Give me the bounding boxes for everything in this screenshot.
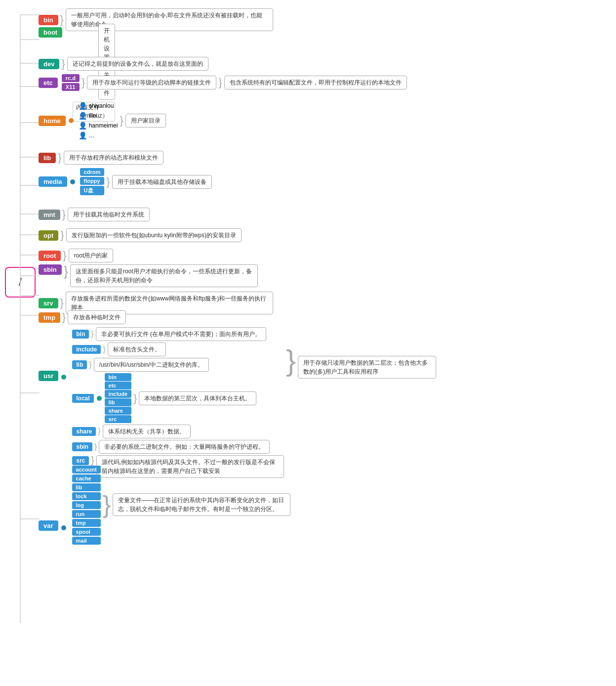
etc-label: etc <box>39 78 58 88</box>
shiyanlou-label: shiyanlou <box>89 102 114 109</box>
usr-share-desc: 体系结构无关（共享）数据。 <box>103 425 191 438</box>
usr-include-desc: 标准包含头文件。 <box>108 343 166 356</box>
opt-bracket: } <box>60 230 64 241</box>
user-icon-3: 👤 <box>79 122 87 129</box>
usr-bin-desc: 非必要可执行文件 (在单用户模式中不需要)；面向所有用户。 <box>96 327 266 341</box>
home-dot <box>69 118 74 123</box>
floppy-label: floppy <box>80 177 105 185</box>
usr-bin-bracket: } <box>91 330 93 338</box>
x11-label: X11 <box>62 83 80 91</box>
usr-bin-label: bin <box>72 330 89 339</box>
etc-row: etc rc.d X11 } 用于存放不同运行等级的启动脚本的链接文件 } 包含… <box>39 74 407 91</box>
boot-label: boot <box>39 27 62 38</box>
usr-lib-label: lib <box>72 360 87 369</box>
usr-dot <box>61 375 66 380</box>
dev-label: dev <box>39 59 59 69</box>
root-dir-desc: root用户的家 <box>69 249 114 262</box>
var-cache: cache <box>72 474 101 482</box>
local-desc: 本地数据的第三层次，具体到本台主机。 <box>139 391 256 405</box>
usr-src-label: src <box>72 456 89 465</box>
udisk-label: U盘 <box>80 186 105 195</box>
mnt-row: mnt } 用于挂载其他临时文件系统 <box>39 208 150 221</box>
var-tmp: tmp <box>72 519 101 527</box>
mnt-bracket: } <box>62 209 66 220</box>
var-bracket: } <box>103 492 111 517</box>
usr-local-row: local bin etc include lib share src } 本地… <box>72 373 284 423</box>
usr-include-label: include <box>72 345 101 354</box>
usr-src-bracket: } <box>91 455 94 465</box>
usr-lib-row: lib } /usr/bin/和/usr/sbin/中二进制文件的库。 <box>72 358 284 372</box>
var-dot <box>61 525 66 530</box>
local-include: include <box>105 390 132 398</box>
lib-desc: 用于存放程序的动态库和模块文件 <box>64 151 164 165</box>
sbin-row: sbin } 这里面很多只能是root用户才能执行的命令，一些系统进行更新，备份… <box>39 264 258 287</box>
usr-row: usr bin } 非必要可执行文件 (在单用户模式中不需要)；面向所有用户。 … <box>39 326 436 478</box>
media-label: media <box>39 176 67 187</box>
var-section: var account cache lib lock log run tmp s… <box>39 465 290 545</box>
srv-bracket: } <box>60 298 64 308</box>
tmp-label: tmp <box>39 312 60 323</box>
cdrom-label: cdrom <box>80 168 105 176</box>
etc-maindesc: 包含系统特有的可编辑配置文件，即用于控制程序运行的本地文件 <box>224 76 407 89</box>
tmp-row: tmp } 存放各种临时文件 <box>39 310 126 324</box>
user-hanmeimei: 👤 hanmeimei <box>79 122 118 129</box>
home-desc: 用户家目录 <box>125 114 166 128</box>
var-run: run <box>72 510 101 518</box>
usr-main-desc: 用于存储只读用户数据的第二层次；包含他大多数的(多)用户工具和应用程序 <box>298 356 436 379</box>
local-etc: etc <box>105 382 132 389</box>
etc-bracket: } <box>82 77 85 88</box>
media-section: media cdrom floppy U盘 } 用于挂载本地磁盘或其他存储设备 <box>39 168 212 195</box>
dev-row: dev } 还记得之前提到的设备文件么，就是放在这里面的 <box>39 57 208 71</box>
usr-main-bracket: } <box>286 346 296 376</box>
lib-row: lib } 用于存放程序的动态库和模块文件 <box>39 151 164 165</box>
usr-subs: bin } 非必要可执行文件 (在单用户模式中不需要)；面向所有用户。 incl… <box>72 327 284 478</box>
opt-label: opt <box>39 230 58 241</box>
user-shiyanlou: 👤 shiyanlou <box>79 102 118 110</box>
var-label: var <box>39 520 58 531</box>
local-bracket: } <box>133 393 137 404</box>
usr-share-label: share <box>72 427 96 436</box>
media-desc: 用于挂载本地磁盘或其他存储设备 <box>112 175 212 189</box>
mnt-desc: 用于挂载其他临时文件系统 <box>68 208 150 221</box>
more-label: … <box>89 132 95 139</box>
lib-bracket: } <box>58 152 61 163</box>
home-label: home <box>39 116 66 126</box>
bin-label: bin <box>39 15 58 25</box>
media-dot <box>70 179 75 184</box>
sbin-label: sbin <box>39 264 62 275</box>
home-users: 👤 shiyanlou 👤 lilei 👤 hanmeimei 👤 … <box>79 101 118 140</box>
var-subs: account cache lib lock log run tmp spool… <box>72 466 101 545</box>
usr-bin-row: bin } 非必要可执行文件 (在单用户模式中不需要)；面向所有用户。 <box>72 327 284 341</box>
lilei-label: lilei <box>89 112 97 119</box>
usr-sbin-row: sbin } 非必要的系统二进制文件。例如：大量网络服务的守护进程。 <box>72 440 284 454</box>
root-label: / <box>19 276 22 289</box>
root-dir-row: root } root用户的家 <box>39 249 113 262</box>
local-share: share <box>105 407 132 415</box>
media-bracket: } <box>106 176 110 187</box>
etc-bracket2: } <box>218 77 222 88</box>
root-dir-label: root <box>39 251 61 261</box>
usr-share-bracket: } <box>98 428 100 435</box>
home-bracket: } <box>120 115 123 126</box>
bin-bracket: } <box>60 14 64 25</box>
user-icon-1: 👤 <box>79 102 87 110</box>
tmp-bracket: } <box>62 312 66 323</box>
dev-bracket: } <box>61 58 65 69</box>
root-node: / <box>5 267 36 298</box>
local-bin: bin <box>105 373 132 381</box>
usr-local-subs: bin etc include lib share src <box>105 373 132 423</box>
usr-local-label: local <box>72 394 93 403</box>
user-lilei: 👤 lilei <box>79 112 118 120</box>
usr-include-row: include } 标准包含头文件。 <box>72 343 284 356</box>
media-subs: cdrom floppy U盘 <box>80 168 105 195</box>
usr-sbin-desc: 非必要的系统二进制文件。例如：大量网络服务的守护进程。 <box>99 440 270 454</box>
home-section: home 👤 shiyanlou 👤 lilei 👤 hanmeimei 👤 <box>39 101 166 140</box>
mnt-label: mnt <box>39 210 60 220</box>
lib-label: lib <box>39 153 56 163</box>
var-mail: mail <box>72 537 101 545</box>
var-account: account <box>72 466 101 473</box>
rcd-label: rc.d <box>62 74 80 82</box>
usr-lib-bracket: } <box>89 361 91 369</box>
var-lib: lib <box>72 483 101 491</box>
sbin-bracket: } <box>64 264 68 278</box>
